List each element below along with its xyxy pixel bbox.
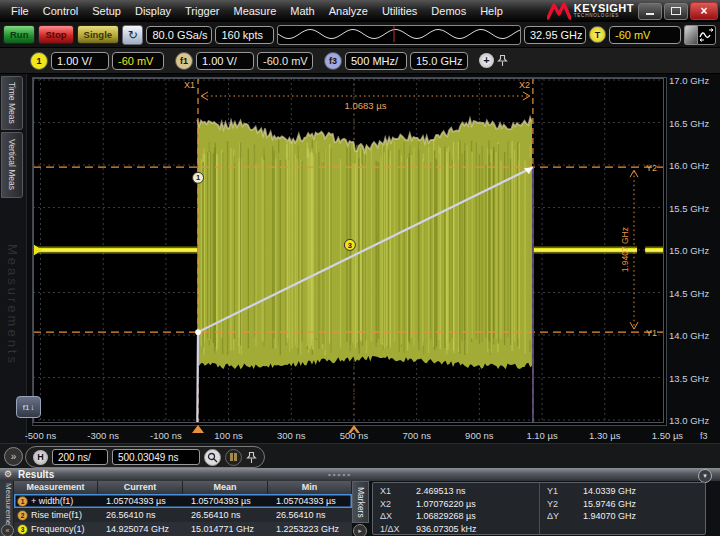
auto-scale-icon[interactable]	[684, 25, 716, 45]
close-button[interactable]: ×	[690, 2, 718, 20]
table-row[interactable]: 2Rise time(f1)26.56410 ns26.56410 ns26.5…	[14, 508, 352, 522]
waveform-plot[interactable]: X1X2Y2Y11.0683 µs1.9407 GHz13	[33, 78, 664, 423]
x-tick-label: 100 ns	[201, 430, 257, 441]
svg-text:1: 1	[196, 173, 200, 182]
collapse-left-button[interactable]: «	[1, 524, 14, 536]
acquisition-mode-icon[interactable]: ↻	[122, 25, 143, 45]
pin-icon[interactable]	[497, 54, 508, 67]
trigger-axis-pointer-icon[interactable]	[348, 425, 360, 433]
y-tick-label: 15.5 GHz	[669, 203, 717, 214]
memory-depth-box[interactable]: 160 kpts	[215, 26, 273, 44]
marker-value: 1.06829268 µs	[410, 511, 476, 521]
axis-f3-tag: f3	[700, 431, 708, 441]
run-button[interactable]: Run	[3, 25, 35, 44]
menu-utilities[interactable]: Utilities	[375, 0, 424, 22]
drag-grip-icon[interactable]: •••••	[328, 470, 352, 479]
menu-control[interactable]: Control	[36, 0, 85, 22]
measurement-value: 1.05704393 µs	[268, 496, 352, 506]
function-f1-badge[interactable]: f1	[175, 52, 193, 70]
zoom-search-icon[interactable]	[204, 449, 221, 466]
menu-math[interactable]: Math	[283, 0, 321, 22]
single-button[interactable]: Single	[77, 25, 120, 44]
table-row[interactable]: 3Frequency(1)14.925074 GHz15.014771 GHz1…	[14, 522, 352, 536]
results-titlebar[interactable]: ⚙ Results ••••• ▾	[0, 468, 720, 481]
more-button[interactable]: ▸	[353, 524, 367, 536]
menu-measure[interactable]: Measure	[226, 0, 283, 22]
zone-bars-icon[interactable]	[225, 449, 242, 466]
function-f1-offset-box[interactable]: -60.0 mV	[257, 52, 313, 70]
delta-y-value-label: 1.9407 GHz	[620, 227, 630, 272]
marker-row: Y114.0339 GHz	[540, 485, 636, 498]
marker-row: ΔX1.06829268 µs	[373, 510, 539, 523]
y-tick-label: 14.0 GHz	[669, 330, 717, 341]
tab-vertical-meas[interactable]: Vertical Meas	[1, 132, 23, 198]
horizontal-badge[interactable]: H	[33, 450, 48, 465]
table-row[interactable]: 1+ width(f1)1.05704393 µs1.05704393 µs1.…	[14, 494, 352, 508]
waveform-preview-strip[interactable]	[277, 25, 521, 45]
menu-help[interactable]: Help	[473, 0, 510, 22]
menu-demos[interactable]: Demos	[424, 0, 473, 22]
y-tick-label: 13.0 GHz	[669, 415, 717, 426]
channel-1-badge[interactable]: 1	[30, 52, 48, 70]
marker-row: 1/ΔX936.07305 kHz	[373, 523, 539, 536]
add-waveform-button[interactable]: +	[479, 53, 494, 68]
trigger-badge[interactable]: T	[589, 26, 606, 43]
menu-analyze[interactable]: Analyze	[322, 0, 375, 22]
left-sidebar: Time Meas Vertical Meas Measurements	[0, 74, 27, 443]
minimize-button[interactable]	[638, 3, 662, 20]
stop-button[interactable]: Stop	[38, 25, 73, 44]
pin-icon[interactable]	[246, 451, 257, 464]
x-tick-label: 700 ns	[389, 430, 445, 441]
svg-text:3: 3	[348, 241, 352, 250]
menu: FileControlSetupDisplayTriggerMeasureMat…	[0, 0, 510, 22]
acquisition-toolbar: Run Stop Single ↻ 80.0 GSa/s 160 kpts 32…	[0, 22, 720, 48]
tab-time-meas[interactable]: Time Meas	[1, 76, 23, 130]
function-f3-scale-box[interactable]: 500 MHz/	[345, 52, 407, 70]
ramp-start-point	[195, 329, 201, 335]
channel-1-scale-box[interactable]: 1.00 V/	[51, 52, 109, 70]
column-header-mean[interactable]: Mean	[183, 481, 268, 494]
menu-setup[interactable]: Setup	[85, 0, 128, 22]
timebase-position-box[interactable]: 500.03049 ns	[112, 449, 200, 465]
preview-sine-icon	[278, 26, 521, 42]
marker-label: ΔY	[540, 511, 577, 521]
column-header-measurement[interactable]: Measurement	[14, 481, 98, 494]
timebase-scale-box[interactable]: 200 ns/	[52, 449, 108, 465]
marker-row: ΔY1.94070 GHz	[540, 510, 636, 523]
horizontal-controls-group: H 200 ns/ 500.03049 ns	[25, 446, 265, 468]
results-table: MeasurementCurrentMeanMin1+ width(f1)1.0…	[14, 481, 352, 536]
sample-rate-box[interactable]: 80.0 GSa/s	[146, 26, 212, 44]
marker-value: 1.07076220 µs	[410, 499, 476, 509]
bandwidth-box[interactable]: 32.95 GHz	[524, 26, 586, 44]
column-header-current[interactable]: Current	[98, 481, 183, 494]
collapse-panel-button[interactable]: ▾	[698, 469, 712, 483]
gear-icon[interactable]: ⚙	[4, 470, 12, 479]
function-f3-offset-box[interactable]: 15.0 GHz	[410, 52, 468, 70]
menu-display[interactable]: Display	[128, 0, 178, 22]
x1-axis-pointer-icon[interactable]	[192, 425, 204, 433]
arrow-down-icon: ↓	[30, 403, 34, 412]
column-header-min[interactable]: Min	[268, 481, 352, 494]
measurement-value: 14.925074 GHz	[98, 524, 183, 534]
function-f1-scale-box[interactable]: 1.00 V/	[196, 52, 254, 70]
function-f3-badge[interactable]: f3	[324, 52, 342, 70]
measurement-value: 26.56410 ns	[98, 510, 183, 520]
trigger-level-box[interactable]: -60 mV	[609, 26, 681, 44]
x-tick-label: 1.50 µs	[639, 430, 695, 441]
menu-file[interactable]: File	[4, 0, 36, 22]
measurement-value: 26.56410 ns	[183, 510, 268, 520]
maximize-button[interactable]	[664, 3, 688, 20]
markers-side-tab[interactable]: Markers	[352, 481, 369, 523]
menu-trigger[interactable]: Trigger	[178, 0, 226, 22]
f1-position-button[interactable]: f1↓	[16, 396, 41, 418]
y-tick-label: 14.5 GHz	[669, 288, 717, 299]
measurement-value: 1.05704393 µs	[183, 496, 268, 506]
x-tick-label: 1.10 µs	[514, 430, 570, 441]
measurement-name: + width(f1)	[31, 496, 73, 506]
results-panel: ⚙ Results ••••• ▾ Measurement « Measurem…	[0, 468, 720, 536]
channel-1-offset-box[interactable]: -60 mV	[112, 52, 164, 70]
marker-label: 1/ΔX	[373, 524, 410, 534]
expand-chevrons-button[interactable]: »	[4, 447, 23, 466]
waveform-arrows-icon	[699, 28, 714, 42]
keysight-logo: KEYSIGHT TECHNOLOGIES	[547, 1, 634, 21]
